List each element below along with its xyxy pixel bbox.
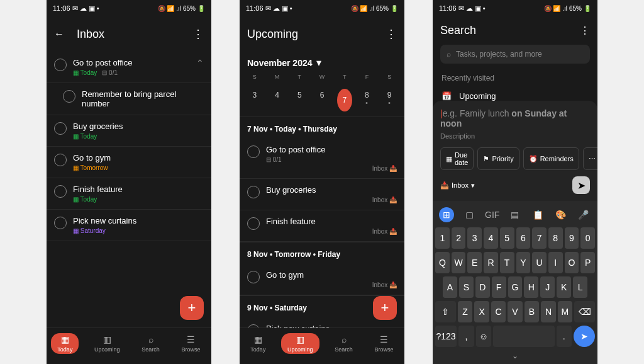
nav-browse[interactable]: ☰Browse xyxy=(369,333,400,354)
nav-upcoming[interactable]: ▥Upcoming xyxy=(281,333,319,354)
kb-key[interactable]: T xyxy=(500,252,514,273)
task-row[interactable]: Go to post office ▦ Today⊟ 0/1 ⌃ xyxy=(47,52,211,83)
kb-send[interactable]: ➤ xyxy=(574,326,595,347)
kb-comma[interactable]: , xyxy=(458,326,474,347)
kb-key[interactable]: H xyxy=(524,276,538,298)
calendar-day[interactable]: 5 xyxy=(288,89,311,111)
description-input[interactable]: Description xyxy=(440,132,590,140)
back-icon[interactable]: ← xyxy=(54,28,64,40)
kb-key[interactable]: ⌫ xyxy=(574,301,595,322)
kb-key[interactable]: X xyxy=(474,301,489,322)
task-checkbox[interactable] xyxy=(247,271,260,283)
nav-search[interactable]: ⌕Search xyxy=(135,333,166,354)
task-checkbox[interactable] xyxy=(247,217,260,230)
kb-key[interactable]: K xyxy=(557,276,571,298)
kb-key[interactable]: 8 xyxy=(548,227,563,249)
add-task-fab[interactable]: + xyxy=(180,296,204,320)
task-checkbox[interactable] xyxy=(54,185,67,198)
month-selector[interactable]: November 2024 ▾ xyxy=(240,52,404,74)
task-row[interactable]: Go to gym Inbox 📥 xyxy=(240,264,404,295)
kb-space[interactable] xyxy=(493,326,555,347)
kb-key[interactable]: 4 xyxy=(484,227,498,249)
kb-key[interactable]: 5 xyxy=(500,227,514,249)
kb-key[interactable]: 7 xyxy=(532,227,547,249)
task-checkbox[interactable] xyxy=(54,122,67,135)
submit-button[interactable]: ➤ xyxy=(572,176,590,194)
task-row[interactable]: Go to gym ▦ Tomorrow xyxy=(47,147,211,178)
task-row[interactable]: Buy groceries Inbox 📥 xyxy=(240,179,404,210)
overflow-icon[interactable]: ⋮ xyxy=(580,25,590,37)
kb-key[interactable]: M xyxy=(558,301,572,322)
kb-key[interactable]: V xyxy=(508,301,522,322)
kb-emoji[interactable]: ☺ xyxy=(476,326,491,347)
kb-tool-translate[interactable]: ▤ xyxy=(508,207,523,222)
kb-key[interactable]: 1 xyxy=(435,227,450,249)
more-chip[interactable]: ⋯ xyxy=(583,147,597,170)
nav-upcoming[interactable]: ▥Upcoming xyxy=(88,333,126,354)
kb-key[interactable]: E xyxy=(467,252,482,273)
kb-key[interactable]: B xyxy=(525,301,539,322)
calendar-day[interactable]: 7 xyxy=(333,89,356,111)
nav-today[interactable]: ▦Today xyxy=(51,333,79,354)
task-checkbox[interactable] xyxy=(247,145,260,158)
task-checkbox[interactable] xyxy=(63,90,75,103)
kb-key[interactable]: ⇧ xyxy=(435,301,456,322)
project-selector[interactable]: 📥Inbox ▾ xyxy=(440,181,475,190)
task-row[interactable]: Buy groceries ▦ Today xyxy=(47,115,211,147)
kb-symbols[interactable]: ?123 xyxy=(435,326,457,347)
overflow-icon[interactable]: ⋮ xyxy=(192,27,204,41)
collapse-icon[interactable]: ⌃ xyxy=(196,58,204,68)
task-checkbox[interactable] xyxy=(54,217,67,229)
reminders-chip[interactable]: ⏰Reminders xyxy=(523,147,579,170)
kb-tool-theme[interactable]: 🎨 xyxy=(553,207,569,222)
kb-key[interactable]: J xyxy=(540,276,555,298)
kb-key[interactable]: U xyxy=(532,252,547,273)
kb-key[interactable]: N xyxy=(541,301,555,322)
nav-today[interactable]: ▦Today xyxy=(244,333,272,354)
kb-key[interactable]: G xyxy=(508,276,523,298)
kb-tool-sticker[interactable]: ▢ xyxy=(462,207,477,222)
overflow-icon[interactable]: ⋮ xyxy=(386,27,397,41)
kb-key[interactable]: 0 xyxy=(580,227,595,249)
kb-key[interactable]: D xyxy=(475,276,490,298)
task-row[interactable]: Pick new curtains ▦ Saturday xyxy=(47,210,211,241)
kb-key[interactable]: I xyxy=(548,252,563,273)
add-task-fab[interactable]: + xyxy=(373,296,397,320)
nav-search[interactable]: ⌕Search xyxy=(328,333,359,354)
kb-tool-gif[interactable]: GIF xyxy=(485,207,500,222)
calendar-day[interactable]: 8 xyxy=(356,89,379,111)
kb-key[interactable]: Z xyxy=(458,301,472,322)
calendar-day[interactable]: 3 xyxy=(243,89,266,111)
kb-key[interactable]: C xyxy=(491,301,506,322)
search-input[interactable]: ⌕ Tasks, projects, and more xyxy=(440,45,590,64)
task-row[interactable]: Remember to bring parcel number xyxy=(47,83,211,115)
kb-collapse-icon[interactable]: ⌄ xyxy=(435,350,595,360)
task-name-input[interactable]: |e.g. Family lunch on Sunday at noon xyxy=(440,108,590,128)
kb-key[interactable]: 2 xyxy=(452,227,466,249)
task-checkbox[interactable] xyxy=(54,59,67,71)
kb-key[interactable]: A xyxy=(443,276,457,298)
kb-tool-clipboard[interactable]: 📋 xyxy=(530,207,545,222)
kb-key[interactable]: O xyxy=(565,252,579,273)
kb-period[interactable]: . xyxy=(557,326,572,347)
calendar-day[interactable]: 6 xyxy=(311,89,333,111)
kb-key[interactable]: 9 xyxy=(565,227,579,249)
task-checkbox[interactable] xyxy=(247,186,260,198)
calendar-day[interactable]: 4 xyxy=(266,89,289,111)
kb-key[interactable]: Y xyxy=(516,252,531,273)
task-row[interactable]: Finish feature ▦ Today xyxy=(47,178,211,210)
task-row[interactable]: Finish feature Inbox 📥 xyxy=(240,210,404,242)
kb-key[interactable]: L xyxy=(573,276,587,298)
kb-tool-grid[interactable]: ⊞ xyxy=(439,207,454,222)
kb-key[interactable]: S xyxy=(459,276,474,298)
kb-key[interactable]: F xyxy=(492,276,506,298)
task-checkbox[interactable] xyxy=(54,154,67,166)
kb-key[interactable]: Q xyxy=(435,252,450,273)
kb-key[interactable]: 3 xyxy=(467,227,482,249)
nav-browse[interactable]: ☰Browse xyxy=(175,333,207,354)
kb-key[interactable]: 6 xyxy=(516,227,531,249)
kb-key[interactable]: W xyxy=(452,252,466,273)
due-date-chip[interactable]: ▦Due date xyxy=(440,147,474,170)
priority-chip[interactable]: ⚑Priority xyxy=(477,147,519,170)
kb-tool-mic[interactable]: 🎤 xyxy=(576,207,591,222)
